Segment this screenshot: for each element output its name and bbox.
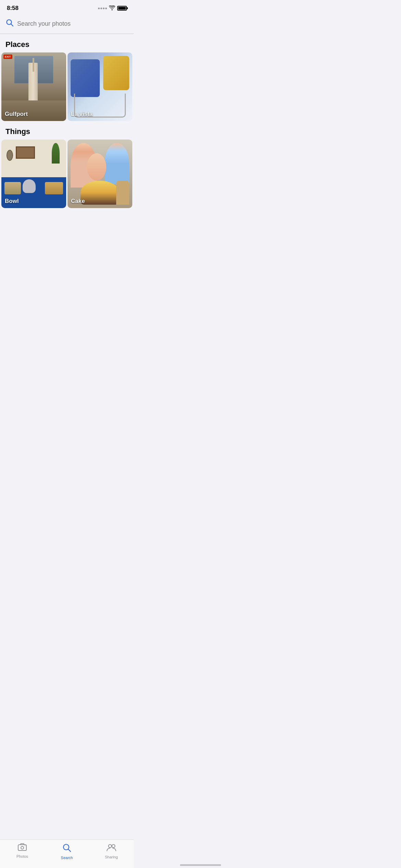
things-grid: Bowl Cake [0, 140, 134, 208]
gulfport-label: Gulfport [5, 111, 28, 118]
bowl-label: Bowl [5, 198, 19, 205]
search-bar-container [0, 15, 134, 34]
status-bar: 8:58 [0, 0, 134, 15]
search-icon [5, 19, 14, 29]
cake-label: Cake [71, 198, 85, 205]
search-bar[interactable] [5, 19, 128, 29]
exit-sign: EXIT [3, 55, 12, 59]
gulfport-card[interactable]: EXIT Gulfport [1, 52, 66, 121]
lavista-label: La vista [71, 111, 93, 118]
status-time: 8:58 [7, 5, 19, 12]
signal-icon [98, 8, 107, 9]
things-section-header: Things [0, 121, 134, 140]
content-area: Places EXIT Gulfport La vista [0, 34, 134, 239]
svg-line-1 [11, 24, 13, 26]
places-grid: EXIT Gulfport La vista [0, 52, 134, 121]
battery-icon [117, 6, 127, 11]
places-section-header: Places [0, 34, 134, 52]
search-input[interactable] [17, 20, 128, 27]
wifi-icon [109, 5, 115, 11]
things-title: Things [5, 127, 30, 136]
lavista-card[interactable]: La vista [68, 52, 132, 121]
places-title: Places [5, 40, 29, 49]
cake-card[interactable]: Cake [68, 140, 132, 208]
status-icons [98, 5, 127, 11]
bowl-card[interactable]: Bowl [1, 140, 66, 208]
